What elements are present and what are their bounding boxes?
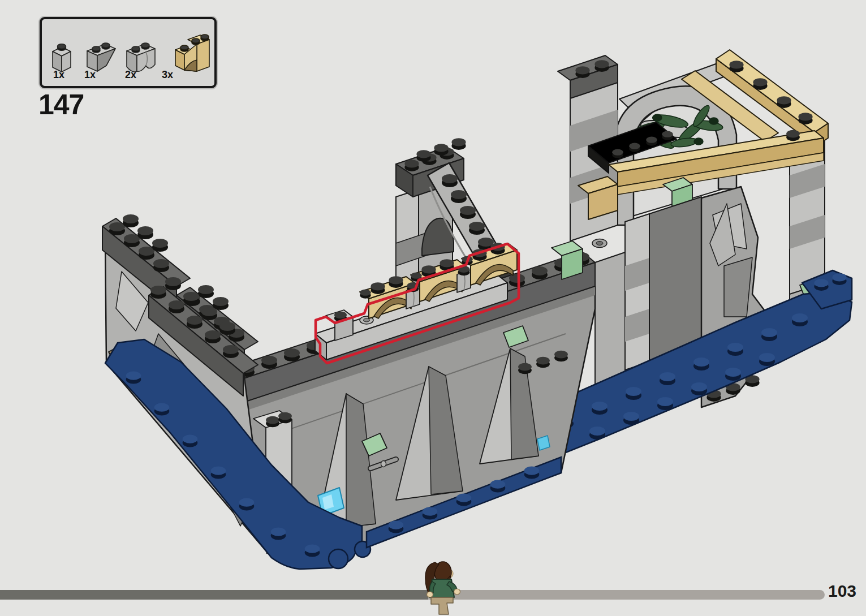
progress-minifigure [425,562,460,614]
instruction-page: 1x 1x 2x 3x 147 103 [0,0,866,616]
model-illustration [0,0,866,616]
